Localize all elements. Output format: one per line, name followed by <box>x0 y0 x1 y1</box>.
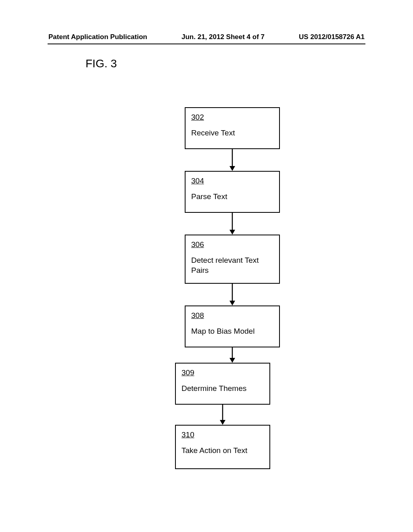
step-label: Parse Text <box>191 192 227 201</box>
svg-marker-3 <box>229 230 235 235</box>
step-ref: 302 <box>191 113 273 122</box>
step-label: Map to Bias Model <box>191 327 254 335</box>
arrow <box>175 405 270 425</box>
header-rule <box>48 44 365 44</box>
arrow-down-icon <box>219 405 227 425</box>
svg-marker-1 <box>229 166 235 171</box>
header-center: Jun. 21, 2012 Sheet 4 of 7 <box>181 33 265 41</box>
step-ref: 310 <box>181 430 264 439</box>
step-308: 308 Map to Bias Model <box>185 305 280 347</box>
step-ref: 309 <box>181 368 264 377</box>
svg-marker-7 <box>229 358 235 363</box>
arrow <box>185 149 280 171</box>
arrow <box>185 284 280 305</box>
step-310: 310 Take Action on Text <box>175 425 270 469</box>
page-header: Patent Application Publication Jun. 21, … <box>0 33 413 41</box>
arrow <box>185 213 280 235</box>
svg-marker-9 <box>220 420 225 425</box>
arrow <box>185 347 280 363</box>
header-right: US 2012/0158726 A1 <box>299 33 365 41</box>
step-ref: 308 <box>191 311 273 320</box>
step-ref: 304 <box>191 177 273 185</box>
step-label: Detect relevant Text Pairs <box>191 256 259 274</box>
step-306: 306 Detect relevant Text Pairs <box>185 235 280 284</box>
arrow-down-icon <box>228 347 236 363</box>
step-ref: 306 <box>191 240 273 249</box>
step-label: Determine Themes <box>181 384 246 393</box>
step-label: Receive Text <box>191 129 235 137</box>
arrow-down-icon <box>228 284 236 305</box>
arrow-down-icon <box>228 149 236 171</box>
flowchart: 302 Receive Text 304 Parse Text 306 Dete… <box>185 107 280 469</box>
step-304: 304 Parse Text <box>185 171 280 213</box>
arrow-down-icon <box>228 213 236 235</box>
header-left: Patent Application Publication <box>48 33 147 41</box>
figure-label: FIG. 3 <box>86 57 117 70</box>
step-302: 302 Receive Text <box>185 107 280 149</box>
svg-marker-5 <box>229 301 235 305</box>
step-label: Take Action on Text <box>181 446 247 455</box>
step-309: 309 Determine Themes <box>175 363 270 405</box>
